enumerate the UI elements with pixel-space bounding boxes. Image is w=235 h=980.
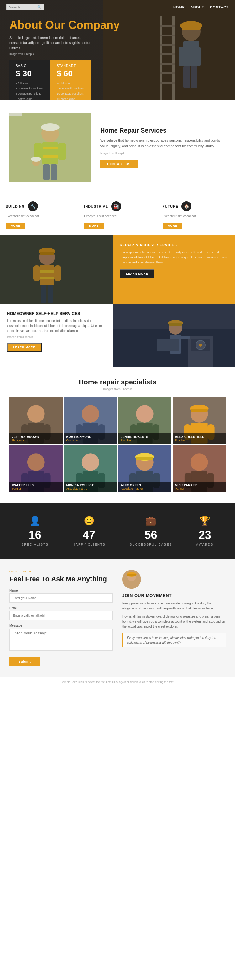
svg-rect-96 (136, 457, 153, 460)
join-avatar (122, 570, 141, 589)
svg-rect-58 (113, 304, 235, 367)
services-section: Home Repair Services We believe that hom… (0, 100, 235, 195)
specialist-overlay: MICK PARKER Partner (173, 482, 226, 492)
specialist-overlay: ALEX GREEN Associate Partner (118, 482, 171, 492)
dual-bottom-row: HOMEOWNER SELF-HELP SERVICES Lorem ipsum… (0, 304, 235, 367)
specialists-count: 16 (22, 528, 49, 542)
footer-text: Sample Text: Click to select the text bo… (6, 681, 229, 684)
feature-item: 10 coffee cups (57, 96, 85, 100)
stats-section: 👤 16 SPECIALISTS 😊 47 HAPPY CLIENTS 💼 56… (0, 503, 235, 559)
specialist-role: Handyman (12, 439, 60, 442)
homeowner-learn-more-button[interactable]: LEARN MORE (7, 343, 42, 352)
category-industrial: INDUSTRIAL 🏭 Excepteur sint occaecat MOR… (78, 195, 157, 235)
specialist-role: Partner (12, 487, 60, 490)
category-industrial-title: INDUSTRIAL (84, 204, 108, 208)
future-icon: 🏠 (181, 201, 191, 211)
specialists-icon: 👤 (22, 515, 49, 526)
contact-tag: OUR CONTACT (9, 570, 113, 573)
categories-section: BUILDING 🔧 Excepteur sint occaecat MORE … (0, 195, 235, 235)
basic-plan-features: 1 full user 1,000 Email Previews 5 conta… (16, 81, 44, 100)
services-description: We believe that homeownership encourages… (100, 138, 226, 149)
join-movement-area: JOIN OUR MOVEMENT Every pleasure is to w… (122, 570, 226, 666)
nav-about[interactable]: ABOUT (191, 5, 204, 9)
specialist-card: BOB RICHMOND Craftsman (64, 396, 117, 444)
specialist-overlay: ALEX GREENFIELD Plumber (173, 433, 226, 444)
svg-rect-109 (127, 574, 136, 576)
industrial-more-button[interactable]: MORE (84, 223, 104, 229)
category-industrial-header: INDUSTRIAL 🏭 (84, 201, 151, 211)
svg-rect-33 (9, 113, 91, 182)
specialist-overlay: BOB RICHMOND Craftsman (64, 433, 117, 444)
specialist-name: MONICA POULIOT (66, 484, 115, 487)
stat-clients: 😊 47 HAPPY CLIENTS (73, 515, 106, 546)
email-input[interactable] (9, 611, 113, 620)
cases-count: 56 (130, 528, 172, 542)
specialist-card: ALEX GREENFIELD Plumber (173, 396, 226, 444)
svg-point-84 (27, 453, 45, 471)
submit-button[interactable]: submit (9, 657, 40, 666)
feature-item: 5 contacts per client (16, 91, 44, 96)
repair-learn-more-button[interactable]: LEARN MORE (120, 269, 155, 278)
specialist-card: MONICA POULIOT Associate Partner (64, 445, 117, 492)
specialist-name: ALEX GREENFIELD (175, 435, 223, 439)
specialist-name: BOB RICHMOND (66, 435, 115, 439)
specialist-role: Plumber (175, 439, 223, 442)
specialist-card: ALEX GREEN Associate Partner (118, 445, 171, 492)
basic-plan: BASIC $ 30 1 full user 1,000 Email Previ… (9, 60, 50, 100)
svg-rect-45 (0, 235, 113, 304)
homeowner-section-text: Lorem ipsum dolor sit amet, consectetur … (7, 318, 106, 334)
join-avatar-image (122, 570, 141, 589)
worker-vest-illustration (9, 113, 91, 182)
category-future: FUTURE 🏠 Excepteur sint occaecat MORE (157, 195, 235, 235)
nav-links: HOME ABOUT CONTACT (173, 5, 229, 9)
cases-icon: 💼 (130, 515, 172, 526)
category-building-header: BUILDING 🔧 (6, 201, 73, 211)
category-industrial-desc: Excepteur sint occaecat (84, 214, 151, 218)
services-title: Home Repair Services (100, 127, 226, 134)
awards-count: 23 (196, 528, 213, 542)
message-label: Message (9, 624, 113, 627)
nav-contact[interactable]: CONTACT (210, 5, 229, 9)
feature-item: 5 coffee cups (16, 96, 44, 100)
message-input[interactable] (9, 628, 113, 651)
clients-count: 47 (73, 528, 106, 542)
awards-label: AWARDS (196, 543, 213, 546)
search-icon[interactable]: 🔍 (37, 5, 42, 9)
building-more-button[interactable]: MORE (6, 223, 25, 229)
category-future-header: FUTURE 🏠 (162, 201, 229, 211)
search-box[interactable]: 🔍 (6, 4, 44, 10)
name-input[interactable] (9, 593, 113, 603)
search-input[interactable] (9, 5, 37, 9)
specialists-image-credit: Images from Freepik (9, 388, 226, 391)
specialist-name: JEFFREY BROWN (12, 435, 60, 439)
hero-section: 🔍 HOME ABOUT CONTACT About Our Company S… (0, 0, 235, 100)
clients-icon: 😊 (73, 515, 106, 526)
svg-point-67 (82, 405, 99, 423)
services-image (9, 113, 91, 182)
clients-label: HAPPY CLIENTS (73, 543, 106, 546)
footer: Sample Text: Click to select the text bo… (0, 677, 235, 687)
join-title: JOIN OUR MOVEMENT (122, 593, 226, 598)
dual-section: REPAIR & ACCESS SERVICES Lorem ipsum dol… (0, 235, 235, 367)
navigation: 🔍 HOME ABOUT CONTACT (0, 0, 235, 14)
woman-worker-illustration (0, 235, 113, 304)
pricing-plans: BASIC $ 30 1 full user 1,000 Email Previ… (9, 60, 226, 100)
specialist-card: JENNIE ROBERTS Plumber (118, 396, 171, 444)
industrial-icon: 🏭 (111, 201, 121, 211)
hero-image-credit: Image from Freepik (9, 52, 226, 56)
specialists-section: Home repair specialists Images from Free… (0, 367, 235, 503)
specialist-role: Associate Partner (66, 487, 115, 490)
specialist-name: JENNIE ROBERTS (121, 435, 169, 439)
stat-cases: 💼 56 SUCCESSFUL CASES (130, 515, 172, 546)
svg-point-60 (27, 405, 45, 423)
services-text: Home Repair Services We believe that hom… (100, 127, 226, 168)
nav-home[interactable]: HOME (173, 5, 185, 9)
future-more-button[interactable]: MORE (162, 223, 182, 229)
contact-us-button[interactable]: CONTACT US (100, 160, 137, 168)
join-quote-text: Every pleasure is to welcome pain avoide… (127, 636, 222, 645)
standard-plan-name: STANDART (57, 64, 85, 67)
svg-point-72 (136, 405, 153, 423)
contact-section: OUR CONTACT Feel Free To Ask Me Anything… (0, 559, 235, 677)
homeowner-section-title: HOMEOWNER SELF-HELP SERVICES (7, 311, 106, 316)
homeowner-text-section: HOMEOWNER SELF-HELP SERVICES Lorem ipsum… (0, 304, 113, 367)
